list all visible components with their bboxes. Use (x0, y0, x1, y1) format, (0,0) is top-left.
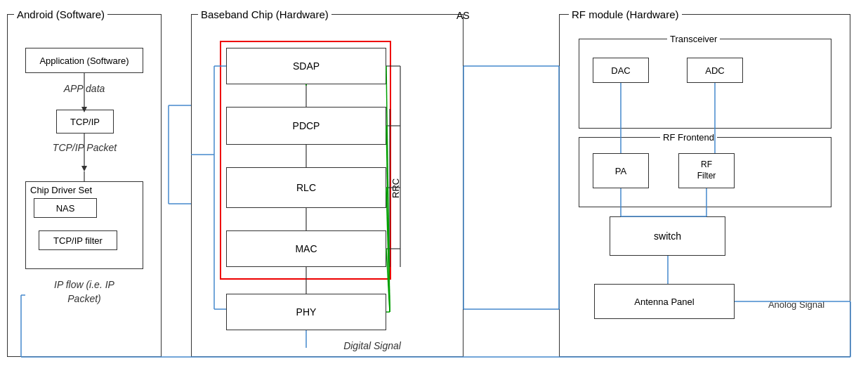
svg-marker-6 (81, 166, 87, 171)
arrows-svg (0, 0, 868, 371)
diagram-container: Android (Software) Baseband Chip (Hardwa… (0, 0, 868, 371)
svg-marker-4 (81, 107, 87, 112)
